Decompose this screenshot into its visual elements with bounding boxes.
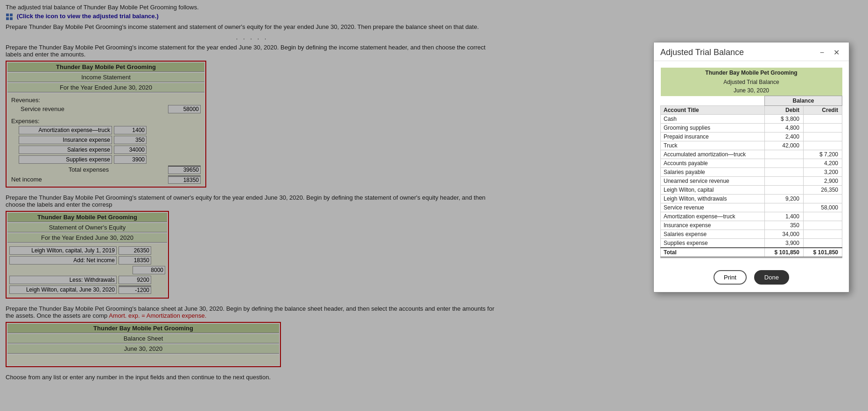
atb-credit-cell — [803, 141, 842, 150]
atb-table: Thunder Bay Mobile Pet Grooming Adjusted… — [660, 68, 842, 258]
atb-debit-cell: 4,800 — [764, 124, 803, 132]
atb-data-row: Amortization expense—truck 1,400 — [661, 212, 842, 221]
atb-subheader-row: Account Title Debit Credit — [661, 106, 842, 115]
atb-data-row: Truck 42,000 — [661, 141, 842, 150]
atb-account-cell: Salaries payable — [661, 168, 765, 177]
atb-data-row: Prepaid insurance 2,400 — [661, 132, 842, 141]
atb-data-row: Cash$ 3,800 — [661, 115, 842, 124]
atb-debit-cell — [764, 186, 803, 195]
atb-data-row: Salaries expense 34,000 — [661, 230, 842, 239]
atb-data-row: Supplies expense 3,900 — [661, 239, 842, 248]
atb-credit-cell: 26,350 — [803, 186, 842, 195]
atb-account-cell: Leigh Wilton, capital — [661, 186, 765, 195]
atb-company-row: Thunder Bay Mobile Pet Grooming — [661, 68, 842, 78]
atb-credit-cell: $ 7,200 — [803, 150, 842, 159]
atb-credit-cell: 3,200 — [803, 168, 842, 177]
atb-debit-cell: 1,400 — [764, 212, 803, 221]
atb-debit-cell: 350 — [764, 221, 803, 230]
atb-account-cell: Accumulated amortization—truck — [661, 150, 765, 159]
atb-debit-cell — [764, 159, 803, 168]
atb-account-cell: Amortization expense—truck — [661, 212, 765, 221]
atb-data-row: Leigh Wilton, capital 26,350 — [661, 186, 842, 195]
atb-debit-cell: $ 3,800 — [764, 115, 803, 124]
atb-data-row: Unearned service revenue 2,900 — [661, 177, 842, 186]
atb-account-cell: Service revenue — [661, 203, 765, 212]
atb-credit-cell — [803, 212, 842, 221]
atb-date-row: June 30, 2020 — [661, 86, 842, 96]
atb-rows: Cash$ 3,800Grooming supplies 4,800Prepai… — [661, 115, 842, 248]
atb-data-row: Accounts payable 4,200 — [661, 159, 842, 168]
modal-body: Thunder Bay Mobile Pet Grooming Adjusted… — [654, 61, 849, 265]
atb-credit-cell — [803, 239, 842, 248]
atb-debit-cell: 9,200 — [764, 195, 803, 203]
atb-account-cell: Prepaid insurance — [661, 132, 765, 141]
atb-total-label: Total — [661, 248, 765, 258]
atb-account-header: Account Title — [661, 106, 765, 115]
atb-company-name: Thunder Bay Mobile Pet Grooming — [661, 68, 842, 78]
atb-debit-cell: 42,000 — [764, 141, 803, 150]
modal-titlebar: Adjusted Trial Balance − ✕ — [654, 42, 849, 61]
atb-credit-cell — [803, 124, 842, 132]
done-button[interactable]: Done — [754, 270, 789, 285]
atb-debit-cell: 34,000 — [764, 230, 803, 239]
atb-credit-cell: 4,200 — [803, 159, 842, 168]
atb-account-cell: Salaries expense — [661, 230, 765, 239]
atb-debit-cell: 3,900 — [764, 239, 803, 248]
atb-data-row: Insurance expense 350 — [661, 221, 842, 230]
atb-credit-cell — [803, 115, 842, 124]
atb-total-row: Total $ 101,850 $ 101,850 — [661, 248, 842, 258]
atb-total-debit: $ 101,850 — [764, 248, 803, 258]
atb-credit-cell — [803, 195, 842, 203]
atb-account-cell: Unearned service revenue — [661, 177, 765, 186]
atb-subtitle-row: Adjusted Trial Balance — [661, 78, 842, 86]
atb-debit-header: Debit — [764, 106, 803, 115]
atb-data-row: Accumulated amortization—truck$ 7,200 — [661, 150, 842, 159]
modal-overlay: Adjusted Trial Balance − ✕ Thunder Bay M… — [0, 0, 868, 411]
adjusted-trial-balance-modal: Adjusted Trial Balance − ✕ Thunder Bay M… — [653, 42, 849, 293]
modal-minimize-button[interactable]: − — [817, 48, 827, 58]
atb-data-row: Salaries payable 3,200 — [661, 168, 842, 177]
atb-account-cell: Leigh Wilton, withdrawals — [661, 195, 765, 203]
atb-data-row: Service revenue 58,000 — [661, 203, 842, 212]
atb-account-cell: Supplies expense — [661, 239, 765, 248]
atb-debit-cell — [764, 203, 803, 212]
atb-data-row: Grooming supplies 4,800 — [661, 124, 842, 132]
atb-credit-header: Credit — [803, 106, 842, 115]
atb-data-row: Leigh Wilton, withdrawals 9,200 — [661, 195, 842, 203]
atb-debit-cell: 2,400 — [764, 132, 803, 141]
modal-title: Adjusted Trial Balance — [660, 48, 744, 57]
atb-subtitle: Adjusted Trial Balance — [661, 78, 842, 86]
atb-total-credit: $ 101,850 — [803, 248, 842, 258]
atb-account-cell: Truck — [661, 141, 765, 150]
modal-close-button[interactable]: ✕ — [831, 47, 842, 58]
atb-credit-cell — [803, 221, 842, 230]
print-button[interactable]: Print — [714, 270, 747, 285]
atb-balance-header-row: Balance — [661, 96, 842, 106]
atb-credit-cell: 2,900 — [803, 177, 842, 186]
atb-debit-cell — [764, 150, 803, 159]
atb-credit-cell — [803, 132, 842, 141]
atb-debit-cell — [764, 168, 803, 177]
atb-account-cell: Grooming supplies — [661, 124, 765, 132]
atb-date: June 30, 2020 — [661, 86, 842, 96]
atb-credit-cell — [803, 230, 842, 239]
atb-account-cell: Insurance expense — [661, 221, 765, 230]
atb-account-cell: Cash — [661, 115, 765, 124]
atb-credit-cell: 58,000 — [803, 203, 842, 212]
atb-debit-cell — [764, 177, 803, 186]
atb-account-cell: Accounts payable — [661, 159, 765, 168]
modal-controls: − ✕ — [817, 47, 842, 58]
modal-footer: Print Done — [654, 265, 849, 292]
atb-balance-header: Balance — [764, 96, 842, 106]
